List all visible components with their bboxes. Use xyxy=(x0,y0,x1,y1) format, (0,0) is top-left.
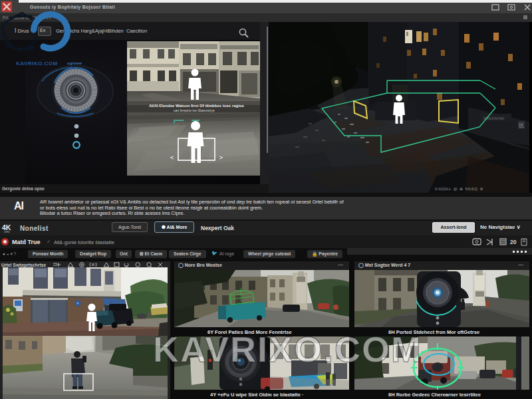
svg-text:区: 区 xyxy=(519,122,525,128)
svg-text:cart fereprte ise iStamrotrye: cart fereprte ise iStamrotrye xyxy=(174,108,215,112)
svg-text:20: 20 xyxy=(510,239,517,245)
svg-text:AI/AI Elendee Watson first Of: AI/AI Elendee Watson first Of tilmbbes t… xyxy=(149,104,244,108)
svg-text:0-0(2)ILL @ ⊞ 54(4)Q ⊕: 0-0(2)ILL @ ⊞ 54(4)Q ⊕ xyxy=(435,187,483,191)
